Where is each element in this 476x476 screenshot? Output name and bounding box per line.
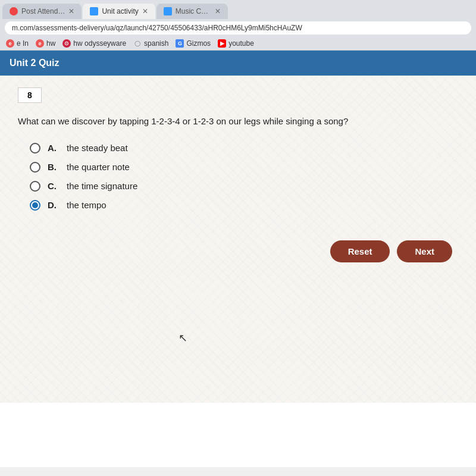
bookmark-youtube[interactable]: ▶ youtube — [218, 39, 254, 48]
option-c-letter: C. — [48, 181, 60, 191]
quiz-body: 8 What can we discover by tapping 1-2-3-… — [0, 76, 476, 403]
tab-unit-activity-close[interactable]: ✕ — [142, 7, 148, 15]
tab-post-attend-icon — [10, 7, 18, 15]
tab-post-attend-close[interactable]: ✕ — [68, 7, 74, 15]
mouse-cursor: ↖ — [178, 331, 187, 345]
tab-bar: Post Attend… ✕ Unit activity ✕ Music C… … — [0, 0, 476, 19]
bookmark-sign-in-label: e In — [17, 39, 29, 48]
bookmark-hw[interactable]: e hw — [36, 39, 55, 48]
quiz-header: Unit 2 Quiz — [0, 51, 476, 76]
radio-c[interactable] — [30, 181, 40, 192]
quiz-title: Unit 2 Quiz — [10, 58, 60, 68]
option-c-text: the time signature — [67, 181, 137, 191]
address-bar-row: m.com/assessments-delivery/ua/qz/launch/… — [0, 19, 476, 37]
address-bar[interactable]: m.com/assessments-delivery/ua/qz/launch/… — [5, 21, 471, 35]
option-b-text: the quarter note — [67, 162, 130, 172]
bookmark-odyssey-icon: ⊙ — [62, 39, 71, 48]
tab-music-close[interactable]: ✕ — [215, 7, 221, 15]
bookmark-gizmos[interactable]: G Gizmos — [176, 39, 211, 48]
tab-music[interactable]: Music C… ✕ — [156, 4, 228, 19]
reset-button[interactable]: Reset — [330, 240, 390, 262]
question-text: What can we discover by tapping 1-2-3-4 … — [18, 115, 458, 129]
bookmark-hw-label: hw — [46, 39, 55, 48]
option-a[interactable]: A. the steady beat — [30, 143, 458, 154]
bookmark-spanish-label: spanish — [144, 39, 168, 48]
bookmark-sign-in[interactable]: e e In — [6, 39, 29, 48]
option-d-letter: D. — [48, 200, 60, 210]
tab-post-attend[interactable]: Post Attend… ✕ — [2, 4, 82, 19]
bookmark-youtube-label: youtube — [228, 39, 254, 48]
tab-unit-activity-label: Unit activity — [102, 7, 138, 15]
options-list: A. the steady beat B. the quarter note C… — [30, 143, 458, 211]
bookmark-gizmos-icon: G — [176, 39, 184, 48]
bookmark-odyssey-label: hw odysseyware — [73, 39, 126, 48]
next-button[interactable]: Next — [397, 240, 452, 262]
option-a-text: the steady beat — [67, 143, 128, 153]
bookmark-hw-icon: e — [36, 39, 44, 48]
option-d[interactable]: D. the tempo — [30, 200, 458, 211]
tab-unit-activity-icon — [90, 7, 98, 15]
tab-post-attend-label: Post Attend… — [21, 7, 65, 15]
bookmark-spanish[interactable]: ◯ spanish — [133, 39, 168, 48]
radio-b[interactable] — [30, 162, 40, 173]
bookmark-sign-in-icon: e — [6, 39, 14, 48]
option-d-text: the tempo — [67, 200, 107, 210]
bookmarks-bar: e e In e hw ⊙ hw odysseyware ◯ spanish G… — [0, 37, 476, 51]
radio-d[interactable] — [30, 200, 40, 211]
bookmark-youtube-icon: ▶ — [218, 39, 226, 48]
quiz-container: Unit 2 Quiz 8 What can we discover by ta… — [0, 51, 476, 467]
bookmark-gizmos-label: Gizmos — [186, 39, 211, 48]
bookmark-spanish-icon: ◯ — [133, 39, 142, 48]
radio-d-fill — [32, 202, 38, 208]
tab-unit-activity[interactable]: Unit activity ✕ — [83, 4, 155, 19]
option-b-letter: B. — [48, 162, 60, 172]
browser-chrome: Post Attend… ✕ Unit activity ✕ Music C… … — [0, 0, 476, 51]
radio-a[interactable] — [30, 143, 40, 154]
bookmark-hw-odysseyware[interactable]: ⊙ hw odysseyware — [62, 39, 126, 48]
option-c[interactable]: C. the time signature — [30, 181, 458, 192]
option-b[interactable]: B. the quarter note — [30, 162, 458, 173]
option-a-letter: A. — [48, 143, 60, 153]
button-row: Reset Next — [18, 240, 458, 262]
tab-music-label: Music C… — [176, 7, 208, 15]
tab-music-icon — [164, 7, 172, 15]
question-number: 8 — [18, 87, 42, 103]
